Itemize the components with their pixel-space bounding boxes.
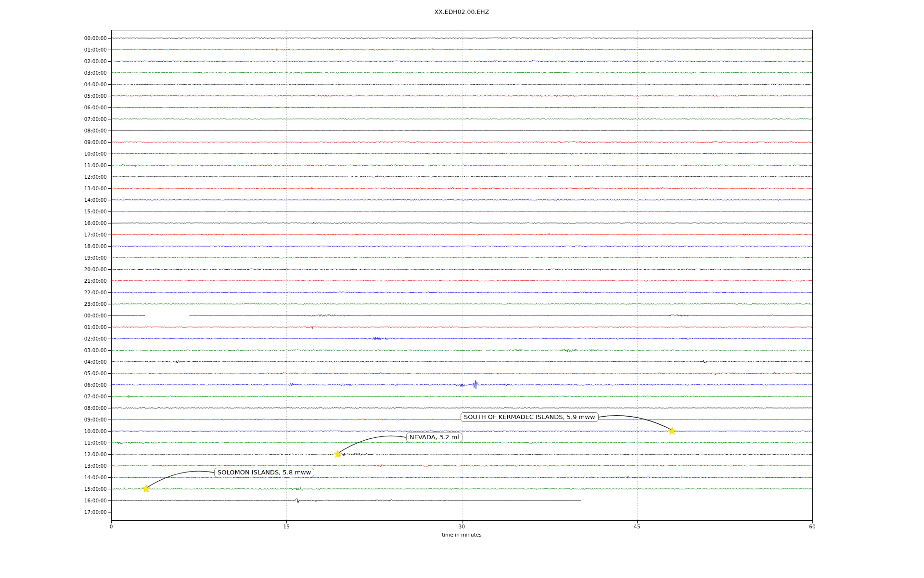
time-axis-label: 17:00:00 — [29, 231, 107, 238]
time-axis-label: 08:00:00 — [29, 405, 107, 411]
time-axis-label: 12:00:00 — [29, 173, 107, 180]
plot-title: XX.EDH02.00.EHZ — [111, 8, 812, 15]
time-axis-label: 11:00:00 — [29, 162, 107, 169]
time-axis-label: 07:00:00 — [29, 393, 107, 400]
seismogram-canvas — [0, 0, 924, 578]
time-axis-label: 15:00:00 — [29, 486, 107, 492]
x-tick-label: 30 — [448, 524, 476, 529]
x-tick-label: 0 — [97, 524, 126, 529]
x-tick-label: 15 — [272, 524, 301, 529]
x-tick-label: 60 — [798, 524, 827, 529]
time-axis-label: 10:00:00 — [29, 150, 107, 157]
time-axis-label: 23:00:00 — [29, 301, 107, 307]
event-annotation: NEVADA, 3.2 ml — [406, 433, 462, 442]
time-axis-label: 14:00:00 — [29, 197, 107, 203]
time-axis-label: 14:00:00 — [29, 474, 107, 481]
x-axis-title: time in minutes — [111, 532, 812, 538]
event-annotation: SOLOMON ISLANDS, 5.8 mww — [214, 468, 314, 477]
time-axis-label: 20:00:00 — [29, 266, 107, 273]
time-axis-label: 07:00:00 — [29, 116, 107, 122]
time-axis-label: 19:00:00 — [29, 254, 107, 261]
event-annotation: SOUTH OF KERMADEC ISLANDS, 5.9 mww — [461, 412, 599, 422]
time-axis-label: 01:00:00 — [29, 46, 107, 53]
x-tick-label: 45 — [623, 524, 652, 529]
time-axis-label: 03:00:00 — [29, 69, 107, 76]
time-axis-label: 16:00:00 — [29, 220, 107, 226]
helicorder-plot: XX.EDH02.00.EHZ time in minutes 00:00:00… — [0, 0, 924, 578]
time-axis-label: 02:00:00 — [29, 58, 107, 65]
time-axis-label: 04:00:00 — [29, 81, 107, 88]
time-axis-label: 02:00:00 — [29, 335, 107, 342]
time-axis-label: 12:00:00 — [29, 451, 107, 458]
time-axis-label: 15:00:00 — [29, 208, 107, 215]
time-axis-label: 09:00:00 — [29, 139, 107, 145]
time-axis-label: 04:00:00 — [29, 358, 107, 365]
time-axis-label: 06:00:00 — [29, 104, 107, 111]
time-axis-label: 10:00:00 — [29, 428, 107, 434]
time-axis-label: 16:00:00 — [29, 497, 107, 504]
time-axis-label: 22:00:00 — [29, 289, 107, 296]
time-axis-label: 09:00:00 — [29, 416, 107, 423]
time-axis-label: 01:00:00 — [29, 324, 107, 330]
time-axis-label: 18:00:00 — [29, 243, 107, 250]
time-axis-label: 21:00:00 — [29, 277, 107, 284]
time-axis-label: 17:00:00 — [29, 509, 107, 515]
time-axis-label: 03:00:00 — [29, 347, 107, 354]
time-axis-label: 13:00:00 — [29, 462, 107, 469]
time-axis-label: 11:00:00 — [29, 439, 107, 446]
time-axis-label: 00:00:00 — [29, 312, 107, 319]
time-axis-label: 05:00:00 — [29, 370, 107, 377]
time-axis-label: 00:00:00 — [29, 35, 107, 41]
time-axis-label: 13:00:00 — [29, 185, 107, 192]
time-axis-label: 08:00:00 — [29, 127, 107, 134]
time-axis-label: 05:00:00 — [29, 92, 107, 99]
time-axis-label: 06:00:00 — [29, 381, 107, 388]
